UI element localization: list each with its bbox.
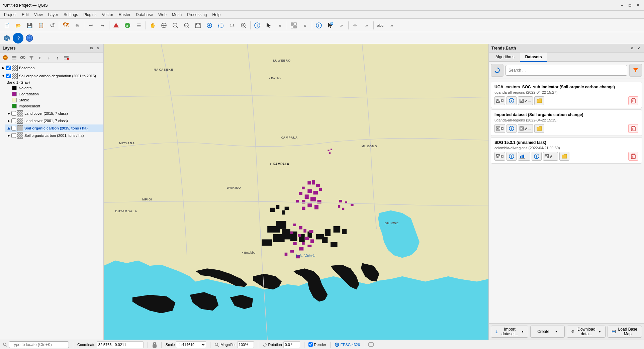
menu-view[interactable]: View (31, 12, 45, 18)
land-cover-2001-checkbox[interactable] (11, 118, 16, 123)
soc-2001-checkbox[interactable] (11, 133, 16, 138)
plugin-globe[interactable] (24, 33, 35, 43)
create-button[interactable]: Create... ▼ (530, 326, 565, 338)
pan-navigate-button[interactable] (159, 20, 169, 31)
cursor-button[interactable] (263, 20, 274, 31)
undo-button[interactable]: ↩ (86, 20, 96, 31)
scale-select[interactable]: 1:414619 1:100000 1:50000 1:25000 (176, 341, 206, 348)
map-area[interactable]: NAKASEKE LUWEERO • Bombo MITYANA KAMPALA… (104, 44, 488, 340)
open-layer-styling-button[interactable] (1, 54, 9, 62)
identify-info-button[interactable]: i (313, 20, 324, 31)
ds2-delete-button[interactable] (628, 124, 638, 133)
more-button4[interactable]: » (386, 20, 397, 31)
filter-datasets-button[interactable] (629, 64, 642, 77)
layers-float-button[interactable]: ⧉ (89, 46, 94, 51)
layer-item-soc-2001[interactable]: ▶ Soil organic carbon (2001, tons / ha) (5, 132, 103, 139)
layer-item-soc-degradation[interactable]: ▼ Soil organic carbon degradation (2001 … (0, 72, 103, 80)
more-decoration-button[interactable]: » (300, 20, 310, 31)
revert-button[interactable]: ↺ (47, 20, 58, 31)
menu-vector[interactable]: Vector (99, 12, 116, 18)
open-project-button[interactable]: 📂 (13, 20, 23, 31)
filter-layer-button[interactable] (27, 54, 35, 62)
algorithms-tab[interactable]: Algorithms (490, 53, 520, 62)
save-project-button[interactable]: 💾 (24, 20, 35, 31)
ds3-delete-button[interactable] (628, 152, 638, 161)
zoom-full-button[interactable] (193, 20, 203, 31)
move-down-button[interactable]: ↓ (45, 54, 53, 62)
menu-web[interactable]: Web (156, 12, 169, 18)
edit-layer-button[interactable] (111, 20, 121, 31)
import-dataset-button[interactable]: Import dataset... ▼ (491, 326, 528, 338)
edit-pencil-button[interactable]: ✏ (350, 20, 361, 31)
messages-item[interactable] (368, 342, 374, 347)
layer-item-soc-2015[interactable]: ▶ Soil organic carbon (2015, tons / ha) (5, 124, 103, 132)
toggle-visibility-button[interactable] (19, 54, 27, 62)
plugin-help[interactable]: ? (13, 33, 23, 43)
render-checkbox[interactable] (308, 342, 313, 347)
menu-help[interactable]: Help (210, 12, 223, 18)
new-project-button[interactable]: 📄 (1, 20, 12, 31)
rotation-input[interactable] (283, 341, 300, 348)
menu-settings[interactable]: Settings (61, 12, 81, 18)
layer-item-basemap[interactable]: ▶ Basemap (0, 64, 103, 72)
trends-earth-close-button[interactable]: ✕ (636, 46, 641, 51)
ds3-folder-button[interactable] (559, 152, 569, 161)
soc-degradation-checkbox[interactable] (6, 74, 11, 78)
digitize-button[interactable]: ☰ (133, 20, 144, 31)
pan-button[interactable]: ✋ (147, 20, 158, 31)
trends-earth-float-button[interactable]: ⧉ (629, 46, 635, 51)
ds3-chart-button[interactable]: … (518, 152, 530, 161)
zoom-layer-button[interactable] (204, 20, 215, 31)
identify-button[interactable]: i (252, 20, 263, 31)
zoom-out-button[interactable] (181, 20, 192, 31)
ds2-info-button[interactable]: i (507, 124, 517, 133)
ds1-folder-button[interactable] (534, 96, 544, 105)
plugin-python[interactable]: Py (1, 33, 12, 43)
add-layer-button[interactable] (10, 54, 18, 62)
menu-project[interactable]: Project (1, 12, 19, 18)
layer-item-land-cover-2001[interactable]: ▶ Land cover (2001, 7 class) (5, 117, 103, 124)
ds1-info-button[interactable]: i (507, 96, 517, 105)
expression-filter-button[interactable]: ε (36, 54, 44, 62)
ds2-map-button[interactable] (494, 124, 505, 133)
menu-processing[interactable]: Processing (184, 12, 209, 18)
ds2-folder-button[interactable] (534, 124, 544, 133)
more-tools-button[interactable]: » (275, 20, 285, 31)
menu-layer[interactable]: Layer (45, 12, 61, 18)
move-up-button[interactable]: ↑ (54, 54, 62, 62)
dataset-search-input[interactable] (505, 65, 627, 76)
menu-edit[interactable]: Edit (19, 12, 31, 18)
layer-item-land-cover-2015[interactable]: ▶ Land cover (2015, 7 class) (5, 110, 103, 117)
more-button3[interactable]: » (361, 20, 372, 31)
zoom-selection-button[interactable] (215, 20, 226, 31)
datasets-tab[interactable]: Datasets (520, 53, 547, 62)
zoom-11-button[interactable]: 1:1 (227, 20, 238, 31)
land-cover-2015-checkbox[interactable] (11, 111, 16, 116)
menu-database[interactable]: Database (133, 12, 156, 18)
menu-raster[interactable]: Raster (116, 12, 133, 18)
zoom-prev-button[interactable] (238, 20, 249, 31)
print-layout-button[interactable]: 🗺 (61, 20, 71, 31)
locate-input[interactable] (9, 341, 69, 348)
ds3-map-button[interactable] (494, 152, 505, 161)
remove-layer-button[interactable] (62, 54, 70, 62)
layers-close-button[interactable]: ✕ (95, 46, 101, 51)
magnifier-input[interactable] (237, 341, 254, 348)
ds1-delete-button[interactable] (628, 96, 638, 105)
ds3-edit-button[interactable]: … (543, 152, 558, 161)
more-button2[interactable]: » (336, 20, 347, 31)
label-button[interactable]: abc (375, 20, 386, 31)
close-button[interactable]: ✕ (635, 2, 641, 9)
download-data-button[interactable]: Download data... ▼ (567, 326, 606, 338)
coordinate-input[interactable] (97, 341, 144, 348)
epsg-item[interactable]: EPSG:4326 (335, 342, 360, 347)
ds2-edit-button[interactable]: … (518, 124, 533, 133)
zoom-in-button[interactable] (170, 20, 181, 31)
redo-button[interactable]: ↪ (97, 20, 108, 31)
menu-plugins[interactable]: Plugins (81, 12, 99, 18)
refresh-datasets-button[interactable] (491, 64, 503, 77)
load-base-map-button[interactable]: Load Base Map (608, 326, 642, 338)
ds1-map-button[interactable] (494, 96, 505, 105)
ds3-info2-button[interactable]: i (532, 152, 542, 161)
atlas-button[interactable]: ⊕ (72, 20, 83, 31)
